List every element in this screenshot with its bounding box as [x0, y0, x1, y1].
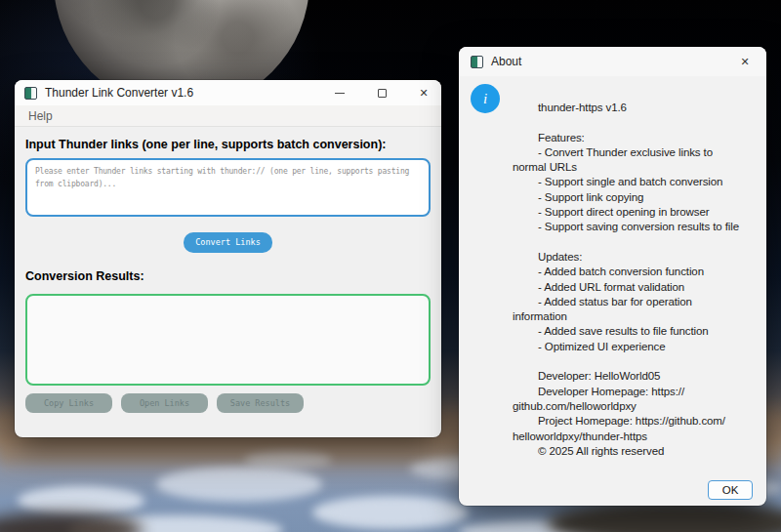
desktop: Thunder Link Converter v1.6 ✕ Help Input…	[0, 0, 781, 532]
about-message: thunder-https v1.6 Features: - Convert T…	[513, 102, 762, 460]
minimize-icon	[335, 93, 345, 94]
minimize-button[interactable]	[330, 83, 349, 102]
about-message-line: thunder-https v1.6	[513, 102, 762, 116]
close-icon: ✕	[419, 88, 428, 99]
about-message-line: - Support single and batch conversion	[513, 176, 762, 190]
cloud	[244, 451, 332, 469]
conversion-results-box	[25, 294, 431, 386]
about-message-line: Developer: HelloWorld05	[513, 370, 762, 385]
about-message-line: Project Homepage: https://github.com/	[513, 415, 762, 430]
menu-item-help[interactable]: Help	[22, 107, 59, 125]
cloud	[312, 496, 469, 529]
terrain	[0, 512, 143, 532]
info-icon-glyph: i	[483, 91, 487, 107]
cloud	[156, 467, 322, 502]
conversion-results-output[interactable]	[27, 296, 429, 384]
thunder-links-input[interactable]	[27, 160, 429, 215]
about-message-line: - Added save results to file function	[513, 325, 762, 340]
ok-button[interactable]: OK	[708, 480, 753, 500]
maximize-button[interactable]	[372, 83, 391, 102]
thunder-link-converter-window: Thunder Link Converter v1.6 ✕ Help Input…	[15, 80, 441, 437]
about-message-line: Features:	[513, 132, 762, 146]
about-message-line	[513, 236, 762, 251]
about-message-line: - Convert Thunder exclusive links to	[513, 146, 762, 161]
about-message-line: - Support direct opening in browser	[513, 206, 762, 221]
close-button[interactable]: ✕	[414, 83, 433, 102]
about-message-line: normal URLs	[513, 161, 762, 176]
about-message-line: Updates:	[513, 251, 762, 266]
about-message-line: Developer Homepage: https://	[513, 386, 762, 400]
convert-row: Convert Links	[25, 231, 431, 253]
about-message-line: helloworldpxy/thunder-https	[513, 430, 762, 445]
action-button[interactable]: Save Results	[217, 393, 304, 413]
close-button[interactable]: ✕	[735, 52, 755, 71]
converter-body: Input Thunder links (one per line, suppo…	[15, 138, 441, 413]
cloud	[18, 486, 144, 515]
info-icon: i	[471, 84, 500, 113]
about-message-line: information	[513, 310, 762, 325]
app-icon	[471, 56, 483, 68]
about-message-line	[513, 355, 762, 370]
maximize-icon	[378, 89, 387, 98]
titlebar[interactable]: Thunder Link Converter v1.6 ✕	[15, 80, 441, 105]
about-message-line: - Added status bar for operation	[513, 296, 762, 310]
about-dialog: About ✕ i thunder-https v1.6 Features: -…	[459, 47, 766, 506]
app-icon	[24, 87, 37, 100]
about-message-line: - Optimized UI experience	[513, 341, 762, 355]
about-message-line: - Added batch conversion function	[513, 266, 762, 280]
about-message-line: - Support link copying	[513, 191, 762, 206]
thunder-links-input-box	[25, 158, 431, 217]
menubar: Help	[15, 105, 441, 127]
about-message-line: github.com/helloworldpxy	[513, 400, 762, 415]
convert-links-button[interactable]: Convert Links	[184, 232, 272, 253]
action-button[interactable]: Open Links	[121, 393, 208, 413]
dialog-title: About	[491, 55, 521, 68]
about-message-line	[513, 116, 762, 131]
titlebar[interactable]: About ✕	[459, 47, 766, 76]
about-message-line: - Support saving conversion results to f…	[513, 221, 762, 235]
action-button-row: Copy Links Open Links Save Results	[25, 393, 431, 413]
about-message-line: - Added URL format validation	[513, 281, 762, 296]
window-title: Thunder Link Converter v1.6	[45, 86, 193, 100]
action-button[interactable]: Copy Links	[25, 393, 112, 413]
about-message-line: © 2025 All rights reserved	[513, 445, 762, 460]
close-icon: ✕	[740, 57, 749, 67]
window-controls: ✕	[330, 83, 433, 102]
results-section-label: Conversion Results:	[25, 269, 431, 283]
input-section-label: Input Thunder links (one per line, suppo…	[25, 138, 431, 151]
